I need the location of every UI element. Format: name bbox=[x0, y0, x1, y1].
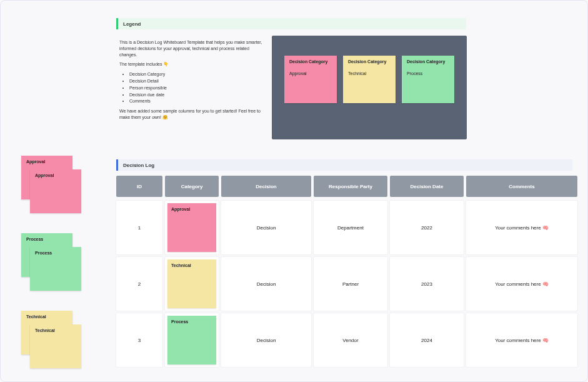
th-comments: Comments bbox=[466, 176, 577, 197]
legend-outro: We have added some sample columns for yo… bbox=[119, 108, 263, 121]
category-sticky-process[interactable]: Process bbox=[167, 316, 216, 364]
sticky-sub: Technical bbox=[348, 71, 391, 76]
cell-category[interactable]: Process bbox=[165, 313, 219, 367]
table-header-row: ID Category Decision Responsible Party D… bbox=[116, 176, 572, 197]
whiteboard-canvas[interactable]: Legend This is a Decision Log Whiteboard… bbox=[1, 1, 587, 381]
cell-comments[interactable]: Your comments here 🧠 bbox=[466, 257, 577, 311]
cell-id[interactable]: 1 bbox=[116, 201, 162, 254]
sticky-heading: Decision Category bbox=[348, 59, 386, 64]
legend-includes-label: The template includes 👇 bbox=[119, 61, 263, 68]
decision-log-header: Decision Log bbox=[116, 159, 572, 171]
legend-sticky-process[interactable]: Decision Category Process bbox=[402, 56, 454, 103]
cell-comments[interactable]: Your comments here 🧠 bbox=[466, 313, 577, 367]
cell-decision[interactable]: Decision bbox=[221, 257, 311, 311]
legend-intro: This is a Decision Log Whiteboard Templa… bbox=[119, 39, 263, 58]
cell-id[interactable]: 2 bbox=[116, 257, 162, 311]
th-decision: Decision bbox=[221, 176, 311, 197]
table-row: 1 Approval Decision Department 2022 Your… bbox=[116, 201, 572, 254]
cell-responsible[interactable]: Vendor bbox=[314, 313, 387, 367]
table-row: 3 Process Decision Vendor 2024 Your comm… bbox=[116, 313, 572, 367]
legend-bullet: Comments bbox=[129, 98, 263, 104]
th-responsible: Responsible Party bbox=[314, 176, 387, 197]
cell-date[interactable]: 2024 bbox=[390, 313, 464, 367]
th-date: Decision Date bbox=[390, 176, 464, 197]
legend-sticky-panel: Decision Category Approval Decision Cate… bbox=[272, 36, 467, 139]
legend-bullet: Decision due date bbox=[129, 92, 263, 98]
sticky-sub: Process bbox=[407, 71, 449, 76]
sticky-note[interactable]: Process bbox=[30, 247, 81, 291]
cell-responsible[interactable]: Department bbox=[314, 201, 387, 254]
table-row: 2 Technical Decision Partner 2023 Your c… bbox=[116, 257, 572, 311]
sticky-note[interactable]: Approval bbox=[30, 169, 81, 213]
th-category: Category bbox=[165, 176, 219, 197]
cell-decision[interactable]: Decision bbox=[221, 201, 311, 254]
legend-bullet-list: Decision Category Decision Detail Person… bbox=[129, 71, 263, 104]
cell-category[interactable]: Technical bbox=[165, 257, 219, 311]
legend-sticky-technical[interactable]: Decision Category Technical bbox=[343, 56, 396, 103]
sticky-sub: Approval bbox=[289, 71, 332, 76]
decision-log-table: ID Category Decision Responsible Party D… bbox=[116, 176, 572, 369]
legend-description: This is a Decision Log Whiteboard Templa… bbox=[119, 39, 263, 124]
legend-sticky-approval[interactable]: Decision Category Approval bbox=[284, 56, 337, 103]
cell-category[interactable]: Approval bbox=[165, 201, 219, 254]
legend-title: Legend bbox=[123, 21, 141, 27]
category-sticky-technical[interactable]: Technical bbox=[167, 259, 216, 308]
sticky-note[interactable]: Technical bbox=[30, 324, 81, 368]
cell-date[interactable]: 2022 bbox=[390, 201, 464, 254]
th-id: ID bbox=[116, 176, 162, 197]
cell-date[interactable]: 2023 bbox=[390, 257, 464, 311]
legend-bullet: Person responsible bbox=[129, 85, 263, 91]
sticky-heading: Decision Category bbox=[289, 59, 327, 64]
table-body: 1 Approval Decision Department 2022 Your… bbox=[116, 201, 572, 367]
cell-id[interactable]: 3 bbox=[116, 313, 162, 367]
category-sticky-approval[interactable]: Approval bbox=[167, 203, 216, 252]
legend-bullet: Decision Detail bbox=[129, 78, 263, 84]
cell-decision[interactable]: Decision bbox=[221, 313, 311, 367]
legend-bullet: Decision Category bbox=[129, 71, 263, 78]
sticky-heading: Decision Category bbox=[407, 59, 445, 64]
decision-log-title: Decision Log bbox=[123, 163, 154, 168]
cell-responsible[interactable]: Partner bbox=[314, 257, 387, 311]
legend-header: Legend bbox=[116, 18, 466, 29]
cell-comments[interactable]: Your comments here 🧠 bbox=[466, 201, 577, 254]
